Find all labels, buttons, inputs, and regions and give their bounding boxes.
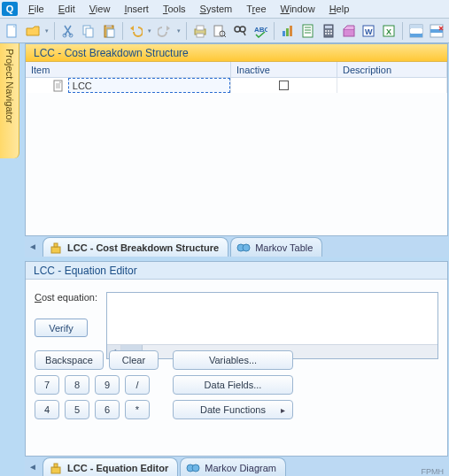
svg-rect-52 [54,243,58,247]
svg-rect-21 [290,26,292,36]
date-functions-button[interactable]: Date Functions [173,400,293,419]
svg-point-29 [328,30,329,32]
print-icon[interactable] [191,21,209,41]
svg-rect-7 [107,29,114,37]
menu-file[interactable]: File [21,2,51,16]
col-description[interactable]: Description [337,62,447,77]
menu-edit[interactable]: Edit [51,2,82,16]
svg-rect-4 [86,28,93,37]
verify-button[interactable]: Verify [35,319,88,337]
delete-row-icon[interactable] [428,21,445,41]
key-6[interactable]: 6 [95,400,120,419]
chart-icon[interactable] [279,21,297,41]
key-8[interactable]: 8 [65,375,89,395]
doc-yellow-icon [49,461,63,475]
cost-breakdown-title: LCC - Cost Breakdown Structure [26,44,447,62]
key-9[interactable]: 9 [95,375,120,395]
cost-equation-label: Cost equation: [35,292,97,303]
redo-icon[interactable] [156,21,174,41]
svg-line-17 [244,32,245,35]
key-5[interactable]: 5 [65,400,89,419]
open-dropdown[interactable]: ▾ [44,21,50,41]
lower-tabs: ◄ LCC - Equation Editor Markov Diagram [25,457,448,476]
tab-markov-diagram[interactable]: Markov Diagram [180,457,286,476]
variables-button[interactable]: Variables... [173,350,293,370]
svg-rect-51 [51,247,60,253]
tab-cost-breakdown[interactable]: LCC - Cost Breakdown Structure [43,237,228,257]
key-4[interactable]: 4 [35,400,59,419]
svg-rect-40 [410,25,422,28]
project-navigator-label: Project Navigator [4,49,15,123]
svg-rect-6 [106,25,112,27]
calculator-icon[interactable] [320,21,337,41]
undo-icon[interactable] [127,21,144,41]
document-icon [52,80,65,92]
svg-rect-55 [51,467,60,473]
undo-dropdown[interactable]: ▾ [147,21,152,41]
cut-icon[interactable] [59,21,77,41]
svg-text:ABC: ABC [254,26,267,34]
upper-tabs: ◄ LCC - Cost Breakdown Structure Markov … [25,236,448,257]
new-icon[interactable] [4,21,21,41]
spellcheck-icon[interactable]: ABC [252,21,269,41]
svg-text:X: X [386,27,391,36]
svg-rect-27 [325,26,332,28]
item-input[interactable] [71,80,229,92]
svg-rect-19 [283,31,285,36]
key-7[interactable]: 7 [35,375,59,395]
svg-rect-22 [303,25,313,37]
report-icon[interactable] [299,21,317,41]
data-fields-button[interactable]: Data Fields... [173,375,293,395]
excel-icon[interactable]: X [380,21,398,41]
svg-rect-34 [344,29,354,36]
project-navigator-tab[interactable]: Project Navigator [0,43,19,158]
key-divide[interactable]: / [125,375,150,395]
svg-point-28 [325,30,327,32]
word-icon[interactable]: W [360,21,377,41]
find-icon[interactable] [231,21,249,41]
svg-point-32 [328,33,329,35]
tab-scroll-left-icon[interactable]: ◄ [28,242,37,252]
app-icon: Q [2,2,18,16]
status-text: FPMH [422,467,445,476]
menu-system[interactable]: System [193,2,240,16]
svg-rect-42 [410,34,422,37]
redo-dropdown[interactable]: ▾ [175,21,181,41]
menu-window[interactable]: Window [274,2,322,16]
open-icon[interactable] [24,21,42,41]
copy-icon[interactable] [80,21,97,41]
clear-button[interactable]: Clear [109,350,159,370]
tab-label: LCC - Cost Breakdown Structure [67,242,219,253]
module-icon[interactable] [340,21,358,41]
col-item[interactable]: Item [26,62,231,77]
equation-editor-title: LCC - Equation Editor [26,262,447,280]
backspace-button[interactable]: Backspace [35,350,104,370]
menu-help[interactable]: Help [322,2,357,16]
cost-equation-input[interactable]: ◀ [106,292,438,359]
equation-editor-panel: LCC - Equation Editor Cost equation: Ver… [25,261,448,457]
svg-text:W: W [365,27,373,36]
col-inactive[interactable]: Inactive [231,62,337,77]
svg-point-33 [330,33,332,35]
tab-markov-table[interactable]: Markov Table [230,237,322,257]
key-multiply[interactable]: * [125,400,150,419]
tab-scroll-left-icon[interactable]: ◄ [28,462,37,472]
paste-icon[interactable] [100,21,118,41]
tab-equation-editor[interactable]: LCC - Equation Editor [43,457,178,476]
cost-breakdown-panel: LCC - Cost Breakdown Structure Item Inac… [25,43,448,236]
menu-insert[interactable]: Insert [117,2,156,16]
svg-rect-56 [54,464,58,467]
svg-point-54 [243,244,250,251]
insert-row-icon[interactable] [407,21,425,41]
menubar: Q File Edit View Insert Tools System Tre… [0,0,449,19]
toolbar: ▾ ▾ ▾ ABC W X [0,19,449,43]
menu-view[interactable]: View [82,2,118,16]
svg-point-31 [325,33,327,35]
print-preview-icon[interactable] [211,21,228,41]
menu-tree[interactable]: Tree [239,2,273,16]
menu-tools[interactable]: Tools [156,2,193,16]
table-row[interactable] [26,78,447,93]
inactive-checkbox[interactable] [279,81,289,90]
item-edit-cell[interactable] [68,78,230,93]
tab-label: LCC - Equation Editor [67,463,168,473]
